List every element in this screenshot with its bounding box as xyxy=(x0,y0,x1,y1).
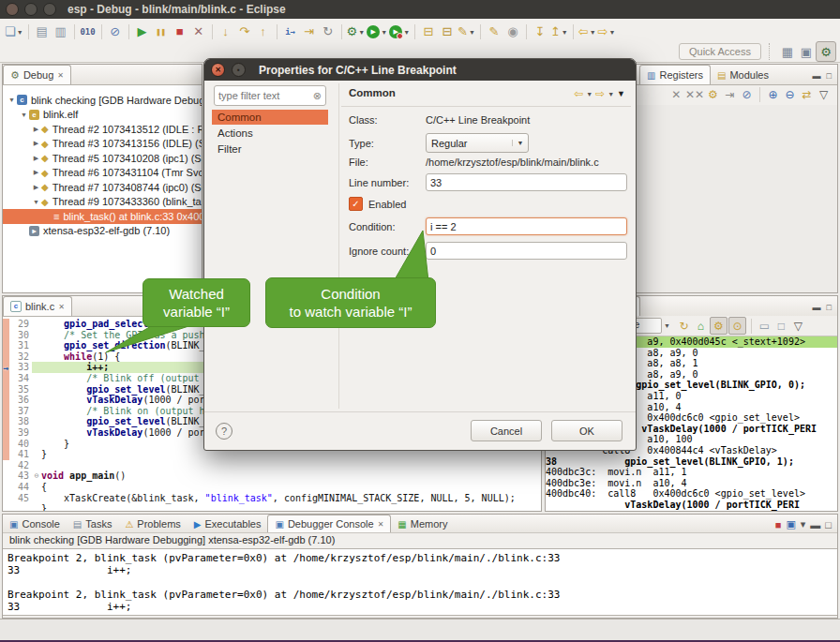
minimize-icon[interactable]: ▬ xyxy=(813,71,821,81)
window-close-button[interactable] xyxy=(6,3,19,16)
view-menu-icon[interactable]: ▼ xyxy=(617,89,625,98)
dialog-minimize-button[interactable]: ▪ xyxy=(232,63,246,77)
refresh-icon[interactable]: ↻ xyxy=(676,318,692,334)
debug-icon[interactable]: ⚙▼ xyxy=(347,23,366,40)
condition-input[interactable] xyxy=(426,217,627,235)
show-source-icon[interactable]: ⚙ xyxy=(710,317,728,335)
external-tools-icon[interactable]: ▶▼ xyxy=(389,23,410,40)
skip-all-breakpoints-icon[interactable]: ⊘ xyxy=(107,23,124,40)
tree-item[interactable]: ▶◆Thread #6 1073431104 (Tmr Svc) (S xyxy=(3,166,202,181)
go-into-icon[interactable]: ↥▼ xyxy=(550,23,568,40)
terminate-icon[interactable]: ■ xyxy=(775,519,782,530)
ignore-count-input[interactable] xyxy=(426,242,627,260)
open-new-view-icon[interactable]: □ xyxy=(773,318,789,334)
dialog-section-common[interactable]: Common xyxy=(212,110,328,125)
tab-problems[interactable]: ⚠Problems xyxy=(118,515,187,532)
type-dropdown[interactable]: Regular ▼ xyxy=(426,133,529,153)
tree-expander-icon[interactable]: ▼ xyxy=(19,112,29,118)
debug-perspective-icon[interactable]: ⚙ xyxy=(816,41,836,62)
tree-expander-icon[interactable]: ▶ xyxy=(31,169,41,176)
tree-item[interactable]: ▼◆Thread #9 1073433360 (blink_task xyxy=(3,195,202,210)
tab-modules[interactable]: ▤Modules xyxy=(711,66,775,84)
new-wizard-icon[interactable]: ❏▼ xyxy=(5,23,23,40)
dialog-close-button[interactable]: ✕ xyxy=(211,63,225,77)
help-icon[interactable]: ? xyxy=(216,423,232,440)
toggle-mark-icon[interactable]: ◉ xyxy=(504,23,521,40)
show-full-paths-icon[interactable]: ⇥ xyxy=(301,23,318,40)
layout-icon[interactable]: ⇄ xyxy=(799,87,815,103)
open-project-icon[interactable]: ⊟ xyxy=(420,23,437,40)
run-icon[interactable]: ▶▼ xyxy=(367,23,387,40)
tab-close-icon[interactable]: ✕ xyxy=(378,520,384,529)
tab-debugger-console[interactable]: ▣Debugger Console✕ xyxy=(267,515,391,532)
track-expression-icon[interactable]: ⊙ xyxy=(728,317,746,335)
cpp-perspective-icon[interactable]: ▣ xyxy=(797,42,816,61)
terminate-icon[interactable]: ■ xyxy=(172,23,188,40)
maximize-icon[interactable]: □ xyxy=(827,303,832,312)
maximize-icon[interactable]: □ xyxy=(825,519,832,530)
window-maximize-button[interactable] xyxy=(43,3,56,16)
fold-collapse-icon[interactable]: ⊖ xyxy=(32,470,41,482)
view-menu-icon[interactable]: ▽ xyxy=(816,87,832,103)
new-binary-icon[interactable]: 010 xyxy=(80,23,97,40)
drop-to-frame-icon[interactable]: ↻ xyxy=(320,23,337,40)
tab-blink-c-close-icon[interactable]: ✕ xyxy=(58,303,65,311)
back-icon[interactable]: ⇦ xyxy=(574,87,583,100)
breakpoint-hit-icon[interactable]: → xyxy=(3,363,14,373)
last-edit-location-icon[interactable]: ↧ xyxy=(532,23,548,40)
open-console-dropdown-icon[interactable]: ▾ xyxy=(801,518,806,530)
sync-icon[interactable]: ▭ xyxy=(757,318,772,334)
window-minimize-button[interactable] xyxy=(24,3,38,16)
enabled-checkbox[interactable]: ✓ xyxy=(349,197,363,211)
minimize-icon[interactable]: ▬ xyxy=(810,519,820,530)
tab-registers[interactable]: ▥Registers xyxy=(639,65,711,84)
open-perspective-icon[interactable]: ▦ xyxy=(778,42,797,61)
tab-tasks[interactable]: ▤Tasks xyxy=(67,515,119,532)
minimize-icon[interactable]: ▬ xyxy=(813,303,821,312)
forward-icon[interactable]: ⇨▼ xyxy=(598,23,616,40)
tab-debug-close-icon[interactable]: ✕ xyxy=(57,71,64,80)
disconnect-icon[interactable]: ✕ xyxy=(190,23,207,40)
tree-expander-icon[interactable]: ▶ xyxy=(31,184,41,191)
view-menu-icon[interactable]: ▽ xyxy=(790,318,806,334)
collapse-icon[interactable]: ⊖ xyxy=(782,87,798,103)
tab-blink-c[interactable]: c blink.c ✕ xyxy=(3,296,72,316)
tree-item[interactable]: ▶◆Thread #5 1073410208 (ipc1) (Susp xyxy=(3,151,202,166)
quick-access-box[interactable]: Quick Access xyxy=(679,43,761,60)
stack-frame-item[interactable]: ≡blink_task() at blink.c:33 0x400db xyxy=(3,209,202,224)
tab-memory[interactable]: ▦Memory xyxy=(391,515,454,532)
tab-executables[interactable]: ▶Executables xyxy=(188,515,268,532)
tab-debug[interactable]: ⚙ Debug ✕ xyxy=(3,65,71,84)
save-all-icon[interactable]: ▥ xyxy=(52,23,69,40)
save-icon[interactable]: ▤ xyxy=(34,23,51,40)
home-icon[interactable]: ⌂ xyxy=(693,318,709,334)
tree-item[interactable]: ▸xtensa-esp32-elf-gdb (7.10) xyxy=(3,224,202,239)
expand-icon[interactable]: ⊕ xyxy=(765,87,781,103)
resume-icon[interactable]: ▶ xyxy=(134,23,151,40)
line-number-input[interactable] xyxy=(426,173,627,191)
new-file-icon[interactable]: ✎▼ xyxy=(458,23,475,40)
dialog-section-actions[interactable]: Actions xyxy=(212,126,328,141)
filter-input[interactable] xyxy=(215,90,313,101)
step-return-icon[interactable]: ↑ xyxy=(255,23,272,40)
tree-expander-icon[interactable]: ▶ xyxy=(31,140,41,147)
mark-occurrences-icon[interactable]: ✎ xyxy=(486,23,502,40)
tree-item[interactable]: ▶◆Thread #2 1073413512 (IDLE : Runn xyxy=(3,122,202,137)
remove-selected-icon[interactable]: ✕ xyxy=(668,87,684,103)
import-project-icon[interactable]: ⊟ xyxy=(439,23,456,40)
forward-icon[interactable]: ⇨ xyxy=(595,87,605,100)
tree-item[interactable]: ▼eblink.elf xyxy=(3,108,202,123)
tree-expander-icon[interactable]: ▶ xyxy=(31,126,41,133)
step-into-icon[interactable]: ↓ xyxy=(218,23,234,40)
show-type-names-icon[interactable]: ⚙ xyxy=(705,87,721,103)
instruction-stepping-icon[interactable]: i→ xyxy=(282,23,299,40)
tree-expander-icon[interactable]: ▼ xyxy=(7,97,17,103)
ok-button[interactable]: OK xyxy=(551,420,622,441)
remove-all-icon[interactable]: ✕✕ xyxy=(685,87,704,103)
tree-item[interactable]: ▶◆Thread #3 1073413156 (IDLE) (Susp xyxy=(3,137,202,152)
maximize-icon[interactable]: □ xyxy=(827,71,832,81)
display-selected-console-icon[interactable]: ▣ xyxy=(786,518,795,530)
suspend-icon[interactable]: ❚❚ xyxy=(153,23,170,40)
go-to-address-icon[interactable]: ⇥ xyxy=(722,87,738,103)
step-over-icon[interactable]: ↷ xyxy=(236,23,253,40)
